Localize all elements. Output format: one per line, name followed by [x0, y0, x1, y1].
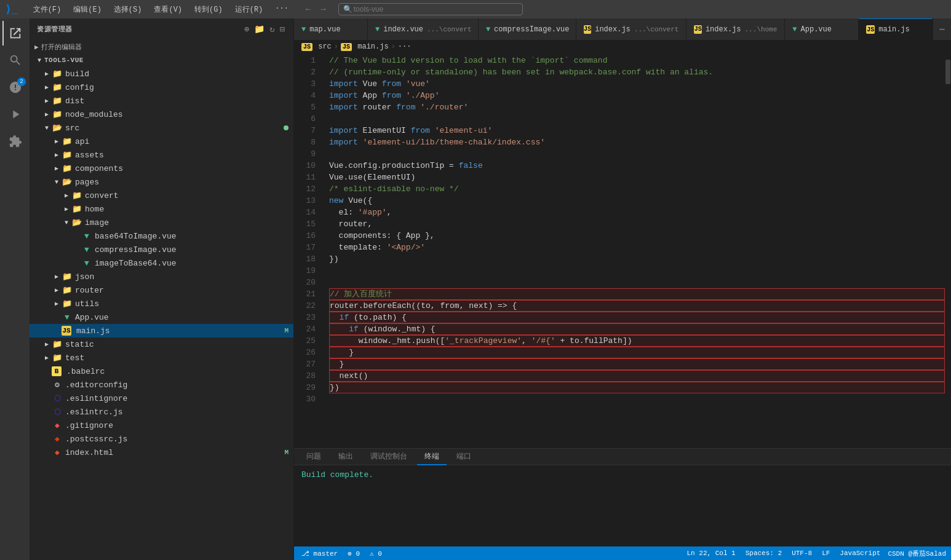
- new-folder-icon[interactable]: 📁: [253, 23, 266, 36]
- open-editors-chevron: ▶: [34, 43, 39, 51]
- folder-name-src: src: [65, 124, 284, 133]
- vue-icon-app: ▼: [62, 312, 73, 323]
- code-line-9: [329, 148, 945, 160]
- tab-compressimage[interactable]: ▼ compressImage.vue: [479, 18, 576, 40]
- status-linecol[interactable]: Ln 22, Col 1: [685, 550, 738, 557]
- tab-indexjs-convert[interactable]: JS index.js ...\convert: [576, 18, 686, 40]
- sidebar-item-node-modules[interactable]: ▶ 📁 node_modules: [30, 108, 293, 121]
- sidebar-item-assets[interactable]: ▶ 📁 assets: [30, 148, 293, 162]
- sidebar-item-api[interactable]: ▶ 📁 api: [30, 135, 293, 148]
- sidebar-item-indexhtml[interactable]: ◆ index.html M: [30, 446, 293, 459]
- status-lineending[interactable]: LF: [819, 550, 832, 557]
- scroll-thumb[interactable]: [945, 60, 950, 84]
- menu-more[interactable]: ···: [270, 3, 293, 16]
- scroll-indicator[interactable]: [945, 53, 951, 448]
- sidebar-item-components[interactable]: ▶ 📁 components: [30, 162, 293, 175]
- explorer-activity-icon[interactable]: [2, 21, 27, 45]
- menu-run[interactable]: 运行(R): [230, 3, 268, 16]
- sidebar-item-base64toimage[interactable]: ▼ base64ToImage.vue: [30, 229, 293, 243]
- code-content[interactable]: // The Vue build version to load with th…: [322, 53, 945, 448]
- status-warnings[interactable]: ⚠ 0: [367, 550, 384, 558]
- vue-icon-imagetobase64: ▼: [81, 258, 92, 269]
- panel-tab-problems[interactable]: 问题: [299, 449, 328, 465]
- sidebar-item-pages[interactable]: ▼ 📂 pages: [30, 175, 293, 189]
- open-editors-header[interactable]: ▶ 打开的编辑器: [30, 40, 293, 53]
- sidebar-item-utils[interactable]: ▶ 📁 utils: [30, 297, 293, 310]
- refresh-icon[interactable]: ↻: [268, 23, 276, 36]
- new-file-icon[interactable]: ⊕: [243, 23, 250, 36]
- nav-forward-button[interactable]: →: [318, 3, 328, 15]
- project-root[interactable]: ▼ TOOLS-VUE: [30, 53, 293, 67]
- tab-appvue[interactable]: ▼ App.vue: [785, 18, 859, 40]
- panel-tab-ports[interactable]: 端口: [449, 449, 479, 465]
- git-activity-icon[interactable]: 2: [2, 75, 27, 100]
- sidebar-item-eslintrc[interactable]: ⬡ .eslintrc.js: [30, 405, 293, 419]
- sidebar-item-image[interactable]: ▼ 📂 image: [30, 216, 293, 229]
- menu-file[interactable]: 文件(F): [28, 3, 66, 16]
- tab-mainjs[interactable]: JS main.js: [859, 18, 933, 40]
- panel-tab-terminal[interactable]: 终端: [417, 449, 447, 465]
- sidebar-item-src[interactable]: ▼ 📂 src: [30, 121, 293, 135]
- search-input[interactable]: [338, 3, 523, 15]
- folder-chevron: ▼: [42, 123, 52, 133]
- breadcrumb-more[interactable]: ···: [398, 42, 412, 51]
- sidebar-item-home[interactable]: ▶ 📁 home: [30, 202, 293, 216]
- sidebar-item-main-js[interactable]: JS main.js M: [30, 324, 293, 337]
- panel-tab-debug[interactable]: 调试控制台: [363, 449, 415, 465]
- sidebar-item-app-vue[interactable]: ▼ App.vue: [30, 310, 293, 324]
- sidebar-item-test[interactable]: ▶ 📁 test: [30, 351, 293, 365]
- status-spaces[interactable]: Spaces: 2: [743, 550, 784, 557]
- sidebar-item-convert[interactable]: ▶ 📁 convert: [30, 189, 293, 202]
- code-line-20: [329, 277, 945, 288]
- sidebar-item-json[interactable]: ▶ 📁 json: [30, 270, 293, 283]
- status-branch[interactable]: ⎇ master: [299, 550, 340, 558]
- sidebar-item-editorconfig[interactable]: ⚙ .editorconfig: [30, 378, 293, 392]
- tab-indexvue-convert[interactable]: ▼ index.vue ...\convert: [368, 18, 479, 40]
- menu-goto[interactable]: 转到(G): [189, 3, 228, 16]
- sidebar-item-imagetobase64[interactable]: ▼ imageToBase64.vue: [30, 256, 293, 270]
- sidebar-item-eslintignore[interactable]: ⬡ .eslintignore: [30, 392, 293, 405]
- status-errors[interactable]: ⊗ 0: [345, 550, 362, 558]
- search-bar-wrap: 🔍: [338, 3, 523, 15]
- breadcrumb-src[interactable]: JS src: [301, 42, 332, 51]
- status-bar-left: ⎇ master ⊗ 0 ⚠ 0: [299, 550, 680, 558]
- tab-mapvue[interactable]: ▼ map.vue: [294, 18, 368, 40]
- panel-tab-output[interactable]: 输出: [331, 449, 360, 465]
- sidebar-item-babelrc[interactable]: B .babelrc: [30, 365, 293, 378]
- sidebar-item-config[interactable]: ▶ 📁 config: [30, 81, 293, 94]
- collapse-icon[interactable]: ⊟: [279, 23, 286, 36]
- menu-view[interactable]: 查看(V): [149, 3, 187, 16]
- sidebar-item-router[interactable]: ▶ 📁 router: [30, 283, 293, 297]
- sidebar-item-static[interactable]: ▶ 📁 static: [30, 337, 293, 351]
- tab-overflow-icon[interactable]: ⋯: [933, 18, 951, 40]
- menu-edit[interactable]: 编辑(E): [68, 3, 106, 16]
- sidebar-item-dist[interactable]: ▶ 📁 dist: [30, 94, 293, 108]
- folder-icon-static: 📁: [52, 339, 63, 350]
- postcss-icon: ◆: [52, 433, 63, 444]
- folder-name-components: components: [75, 164, 293, 173]
- menu-select[interactable]: 选择(S): [109, 3, 147, 16]
- sidebar-item-gitignore[interactable]: ◆ .gitignore: [30, 419, 293, 432]
- status-language[interactable]: JavaScript: [837, 550, 883, 557]
- filename-eslintrc: .eslintrc.js: [65, 408, 293, 417]
- code-line-19: [329, 265, 945, 277]
- filename-base64toimage: base64ToImage.vue: [95, 232, 293, 241]
- nav-back-button[interactable]: ←: [303, 3, 313, 15]
- folder-name-api: api: [75, 137, 293, 146]
- sidebar-item-build[interactable]: ▶ 📁 build: [30, 67, 293, 81]
- folder-chevron: ▶: [42, 339, 52, 349]
- debug-activity-icon[interactable]: [2, 102, 27, 127]
- sidebar-actions: ⊕ 📁 ↻ ⊟: [243, 23, 286, 36]
- tab-indexjs-home[interactable]: JS index.js ...\home: [686, 18, 785, 40]
- search-activity-icon[interactable]: [2, 48, 27, 73]
- breadcrumb-mainjs[interactable]: JS main.js: [341, 42, 389, 51]
- nav-buttons: ← →: [303, 3, 328, 15]
- code-line-1: // The Vue build version to load with th…: [329, 55, 945, 66]
- folder-icon-image: 📂: [71, 217, 82, 228]
- extensions-activity-icon[interactable]: [2, 129, 27, 154]
- sidebar-item-compressimage[interactable]: ▼ compressImage.vue: [30, 243, 293, 256]
- status-encoding[interactable]: UTF-8: [789, 550, 814, 557]
- code-line-25: window._hmt.push(['_trackPageview', '/#{…: [329, 335, 945, 347]
- babel-icon: B: [52, 366, 62, 376]
- sidebar-item-postcssrc[interactable]: ◆ .postcssrc.js: [30, 432, 293, 446]
